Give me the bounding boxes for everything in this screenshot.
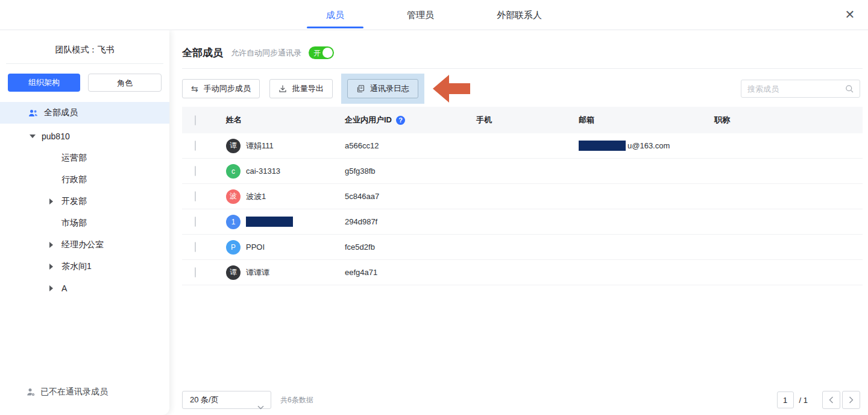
tree-item[interactable]: A [0,277,169,299]
table-row[interactable]: ccai-31313g5fg38fb [182,159,863,184]
tree-item-label: 经理办公室 [61,239,104,250]
member-avatar: 谭 [226,265,241,280]
member-avatar: 波 [226,189,241,204]
table-row[interactable]: 谭谭娟111a566cc12u@163.com [182,133,863,159]
user-id-cell: g5fg38fb [345,166,476,176]
contacts-admin-modal: 成员管理员外部联系人 ✕ #tab-group{display:flex;gap… [0,0,868,415]
search-input[interactable] [747,80,841,97]
tree-item[interactable]: 开发部 [0,191,169,212]
table-row[interactable]: PPPOIfce5d2fb [182,235,863,260]
email-visible-suffix: u@163.com [627,141,670,150]
prev-page-button[interactable] [822,391,840,409]
sidebar-item-label: 已不在通讯录成员 [40,387,108,398]
tab-admins[interactable]: 管理员 [388,0,453,30]
member-name: PPOI [246,242,265,252]
member-avatar: 谭 [226,139,241,153]
user-id-cell: eefg4a71 [345,268,476,277]
top-tab-bar: 成员管理员外部联系人 ✕ [0,0,868,30]
tree-expand-arrow-icon[interactable] [49,264,57,270]
tree-item[interactable]: pub810 [0,125,169,147]
member-name: 谭娟111 [246,141,274,151]
toggle-on-label: 开 [313,48,321,59]
manual-sync-button[interactable]: ⇆ 手动同步成员 [182,79,260,98]
name-cell: PPPOI [226,240,345,255]
sidebar: 团队模式：飞书 组织架构 角色 全部成员 pub810运营部行政部开发部市场部经… [0,30,169,415]
tree-item-label: 茶水间1 [61,261,92,272]
close-icon[interactable]: ✕ [841,6,858,23]
tree-item[interactable]: 经理办公室 [0,234,169,256]
sidebar-item-former-members[interactable]: 已不在通讯录成员 [27,387,108,398]
tab-external-contacts[interactable]: 外部联系人 [477,0,561,30]
tree-item[interactable]: 运营部 [0,147,169,169]
tree-item[interactable]: 茶水间1 [0,256,169,277]
name-cell: 1 [226,215,345,229]
footer-left: 20 条/页 共6条数据 [182,391,313,409]
col-header-email: 邮箱 [579,115,714,125]
user-id-cell: fce5d2fb [345,242,476,252]
org-structure-button[interactable]: 组织架构 [8,74,80,92]
next-page-button[interactable] [842,391,860,409]
toolbar: ⇆ 手动同步成员 批量导出 通讯录日志 [182,79,424,104]
manual-sync-label: 手动同步成员 [204,83,251,94]
table-row[interactable]: 1294d987f [182,209,863,235]
tree-item-label: pub810 [42,131,70,141]
name-cell: 波波波1 [226,189,345,204]
table-row[interactable]: 谭谭谭谭eefg4a71 [182,260,863,285]
table-body: 谭谭娟111a566cc12u@163.comccai-31313g5fg38f… [182,133,863,285]
page-number-input[interactable] [777,391,794,408]
chevron-down-icon [257,399,264,415]
tree-item-label: 运营部 [61,153,87,163]
auto-sync-toggle[interactable]: 开 [309,46,334,59]
arrow-right-icon [49,198,53,204]
row-checkbox[interactable] [195,217,196,227]
help-icon[interactable]: ? [396,116,405,125]
member-avatar: 1 [226,215,241,229]
tree-item-label: A [61,284,67,293]
tab-members[interactable]: 成员 [307,0,363,30]
search-box [741,80,860,98]
batch-export-label: 批量导出 [292,83,324,94]
org-tree: pub810运营部行政部开发部市场部经理办公室茶水间1A [0,125,169,299]
pagination: / 1 [777,391,860,409]
batch-export-button[interactable]: 批量导出 [269,79,333,98]
sidebar-item-all-members[interactable]: 全部成员 [0,102,169,124]
checkbox-cell [195,192,226,201]
page-title: 全部成员 [182,46,223,60]
download-icon [278,84,287,93]
select-all-checkbox[interactable] [195,115,196,125]
row-checkbox[interactable] [195,191,196,201]
tree-expand-arrow-icon[interactable] [30,135,37,138]
tree-expand-arrow-icon[interactable] [49,242,57,248]
arrow-right-icon [49,242,53,248]
people-group-icon [28,109,38,117]
role-button[interactable]: 角色 [88,74,162,92]
row-checkbox[interactable] [195,242,196,252]
row-checkbox[interactable] [195,166,196,176]
annotation-arrow-left-icon [433,75,470,103]
member-name: 谭谭谭 [246,267,269,278]
tree-item[interactable]: 市场部 [0,212,169,234]
email-cell: u@163.com [579,141,714,151]
auto-sync-label: 允许自动同步通讯录 [231,48,301,59]
tree-item[interactable]: 行政部 [0,169,169,191]
search-icon[interactable] [845,84,854,96]
member-name: cai-31313 [246,166,280,176]
name-cell: ccai-31313 [226,164,345,179]
toggle-knob [322,48,333,58]
name-cell: 谭谭谭谭 [226,265,345,280]
total-pages-label: / 1 [799,396,808,405]
page-size-value: 20 条/页 [190,395,219,404]
tree-expand-arrow-icon[interactable] [49,198,57,204]
members-table: 姓名 企业内用户ID ? 手机 邮箱 职称 谭谭娟111a566cc12u@16… [182,107,863,285]
tree-item-label: 开发部 [61,196,87,207]
row-checkbox[interactable] [195,141,196,151]
user-id-cell: 294d987f [345,217,476,226]
page-size-select[interactable]: 20 条/页 [182,391,271,409]
row-checkbox[interactable] [195,267,196,277]
name-cell: 谭谭娟111 [226,139,345,153]
table-row[interactable]: 波波波15c846aa7 [182,184,863,209]
checkbox-cell [195,242,226,252]
tree-expand-arrow-icon[interactable] [49,285,57,291]
checkbox-cell [195,217,226,226]
contact-log-button[interactable]: 通讯录日志 [347,79,418,98]
